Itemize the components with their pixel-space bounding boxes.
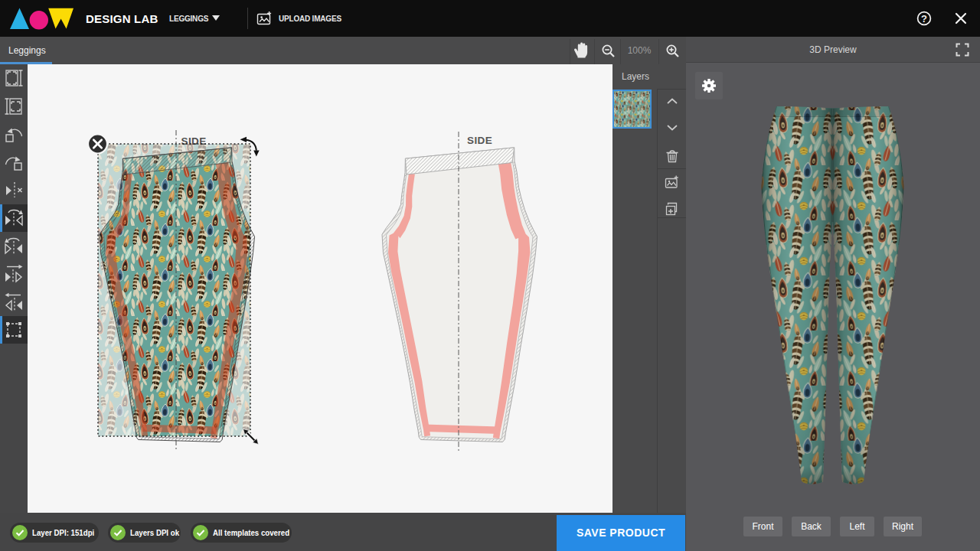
svg-text:SIDE: SIDE	[467, 135, 492, 146]
svg-text:SIDE: SIDE	[181, 135, 207, 147]
svg-text:?: ?	[921, 13, 927, 24]
